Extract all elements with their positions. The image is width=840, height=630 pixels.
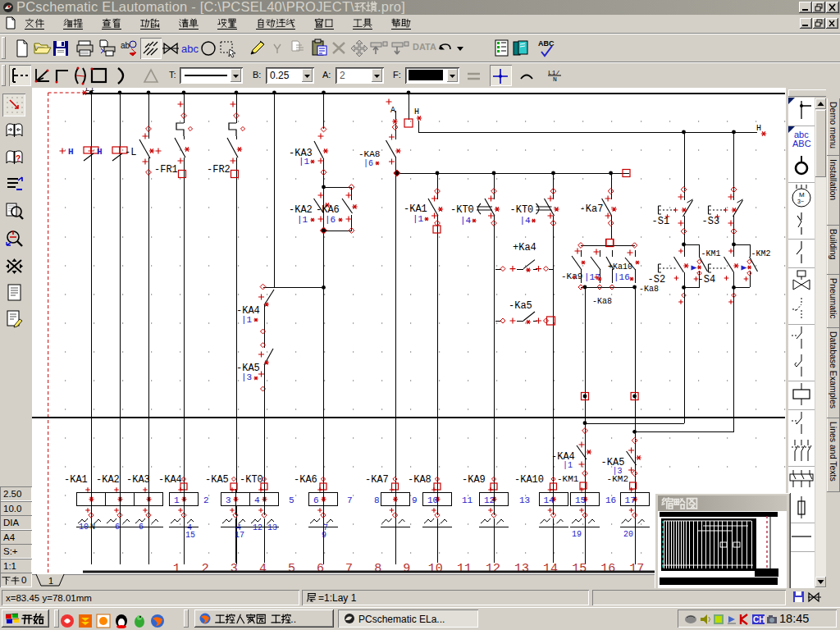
- svg-text:-KT0: -KT0: [510, 204, 534, 216]
- svg-text:6: 6: [313, 495, 319, 505]
- svg-text:-KA1: -KA1: [64, 474, 88, 486]
- svg-text:-KA9: -KA9: [462, 474, 486, 486]
- svg-text:2: 2: [203, 495, 209, 505]
- svg-text:-KA2: -KA2: [96, 474, 120, 486]
- svg-text:19: 19: [572, 530, 582, 539]
- svg-text:-KT0: -KT0: [450, 204, 474, 216]
- svg-text:-KA10: -KA10: [514, 474, 544, 486]
- svg-text:|6: |6: [325, 215, 336, 225]
- svg-text:ABC: ABC: [792, 139, 811, 148]
- svg-text:|16: |16: [614, 272, 630, 282]
- svg-text:1: 1: [174, 495, 180, 505]
- svg-text:-L: -L: [125, 147, 136, 158]
- svg-text:-FR1: -FR1: [154, 164, 178, 176]
- svg-text:4: 4: [254, 495, 260, 505]
- svg-text:9: 9: [322, 531, 326, 540]
- svg-text:-KA8: -KA8: [358, 149, 380, 159]
- svg-text:H: H: [68, 147, 74, 157]
- svg-text:-S3: -S3: [702, 216, 720, 227]
- svg-text:-KA3: -KA3: [126, 474, 150, 486]
- svg-text:6: 6: [139, 523, 144, 532]
- svg-text:9: 9: [412, 495, 418, 505]
- svg-text:+Ka10: +Ka10: [608, 262, 632, 272]
- svg-text:CH: CH: [753, 615, 765, 624]
- svg-text:+Ka4: +Ka4: [513, 242, 536, 253]
- svg-text:ab: ab: [121, 41, 130, 50]
- svg-text:-S1: -S1: [652, 216, 670, 227]
- svg-text:|1: |1: [297, 215, 308, 225]
- svg-text:5: 5: [289, 495, 294, 505]
- svg-text:-S4: -S4: [698, 274, 716, 285]
- svg-text:3: 3: [226, 495, 231, 505]
- svg-text:-KM1: -KM1: [701, 249, 721, 258]
- svg-text:17: 17: [625, 495, 636, 505]
- svg-text:-KT0: -KT0: [240, 474, 263, 486]
- svg-text:3~: 3~: [797, 199, 804, 204]
- svg-text:H: H: [97, 147, 103, 157]
- svg-text:|1: |1: [563, 461, 573, 470]
- svg-text:-KA2: -KA2: [289, 204, 313, 216]
- svg-text:-KM2: -KM2: [607, 474, 628, 484]
- svg-text:|4: |4: [460, 216, 472, 226]
- svg-text:-KM2: -KM2: [751, 249, 771, 258]
- svg-text:-KA6: -KA6: [294, 474, 317, 486]
- svg-text:13: 13: [519, 495, 530, 505]
- svg-text:20: 20: [623, 530, 633, 539]
- svg-text:1: 1: [48, 576, 53, 586]
- svg-text:-KM1: -KM1: [557, 474, 579, 484]
- svg-text:-KA4: -KA4: [158, 474, 182, 486]
- svg-text:-Ka7: -Ka7: [580, 203, 604, 215]
- svg-text:H: H: [414, 107, 419, 116]
- svg-text:abc: abc: [181, 43, 199, 55]
- svg-text:|1: |1: [299, 157, 310, 167]
- svg-text:16: 16: [605, 495, 616, 505]
- svg-text:11: 11: [462, 495, 473, 505]
- svg-text:12: 12: [253, 523, 262, 532]
- svg-text:-KA7: -KA7: [365, 474, 389, 486]
- svg-text:M: M: [799, 191, 805, 199]
- svg-text:-KA1: -KA1: [404, 203, 427, 215]
- svg-text:6: 6: [115, 523, 120, 532]
- svg-text:-KA5: -KA5: [205, 474, 229, 486]
- svg-text:10: 10: [427, 495, 438, 505]
- svg-text:-FR2: -FR2: [207, 164, 231, 176]
- svg-text:|3: |3: [241, 372, 252, 382]
- svg-text:|1: |1: [413, 214, 424, 224]
- svg-text:N: N: [90, 523, 95, 532]
- svg-text:10: 10: [79, 523, 89, 532]
- svg-text:N: N: [553, 75, 557, 83]
- svg-text:-Ka8: -Ka8: [592, 297, 612, 306]
- svg-text:15: 15: [575, 495, 586, 505]
- svg-text:|1: |1: [241, 315, 253, 325]
- svg-text:?: ?: [16, 154, 21, 163]
- svg-text:-Ka9: -Ka9: [561, 272, 582, 281]
- svg-text:15: 15: [185, 531, 195, 540]
- svg-text:-Ka8: -Ka8: [639, 285, 659, 294]
- svg-text:-S2: -S2: [648, 274, 666, 285]
- svg-text:8: 8: [374, 495, 380, 505]
- svg-text:-KA6: -KA6: [316, 204, 340, 216]
- svg-text:12: 12: [484, 495, 495, 505]
- svg-text:H: H: [756, 124, 761, 133]
- svg-text:|4: |4: [520, 216, 532, 226]
- svg-text:-KA8: -KA8: [408, 474, 431, 486]
- svg-text:-Ka5: -Ka5: [509, 300, 532, 312]
- svg-text:7: 7: [347, 495, 353, 505]
- svg-text:A: A: [390, 106, 395, 115]
- svg-text:|6: |6: [363, 159, 373, 168]
- svg-text:13: 13: [267, 523, 277, 532]
